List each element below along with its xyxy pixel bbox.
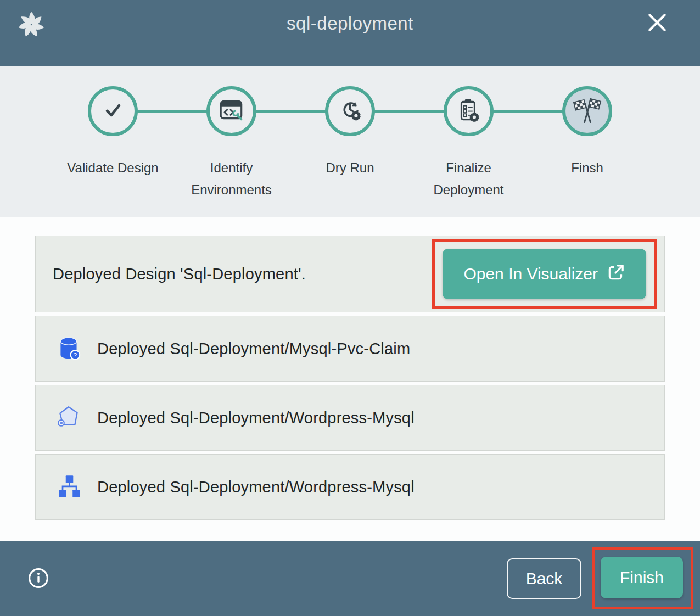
dry-run-gear-icon <box>337 97 364 126</box>
pentagon-icon <box>55 404 83 432</box>
step-circle-finalize <box>444 86 494 136</box>
finish-button[interactable]: Finish <box>601 557 683 598</box>
external-link-icon <box>607 263 625 285</box>
info-icon <box>28 582 49 590</box>
step-label: Validate Design <box>67 157 158 179</box>
tree-icon <box>55 473 83 501</box>
step-label: Identify Environments <box>177 157 287 201</box>
step-identify-environments: Identify Environments <box>172 86 291 201</box>
deployed-resource-row: Deployed Sql-Deployment/Wordpress-Mysql <box>35 454 665 520</box>
clipboard-gear-icon <box>455 97 483 126</box>
annotation-highlight-visualizer: Open In Visualizer <box>432 239 657 309</box>
check-icon <box>99 96 127 127</box>
step-validate-design: Validate Design <box>54 86 172 201</box>
deployed-resource-row: Deployed Sql-Deployment/Wordpress-Mysql <box>35 385 665 451</box>
modal-title: sql-deployment <box>0 13 700 34</box>
step-label: Finsh <box>571 157 603 179</box>
annotation-highlight-finish: Finish <box>592 547 693 609</box>
step-circle-validate <box>88 86 138 136</box>
step-label: Dry Run <box>326 157 374 179</box>
close-icon <box>647 26 668 35</box>
info-button[interactable] <box>27 568 49 590</box>
checkered-flags-icon <box>573 96 602 127</box>
deployment-wizard-modal: sql-deployment Validate Desi <box>0 0 700 616</box>
step-label: Finalize Deployment <box>414 157 524 201</box>
deployed-resource-text: Deployed Sql-Deployment/Wordpress-Mysql <box>97 478 415 496</box>
svg-text:?: ? <box>74 352 77 359</box>
step-finish: Finsh <box>528 86 647 201</box>
deployed-resource-row: ? Deployed Sql-Deployment/Mysql-Pvc-Clai… <box>35 316 665 382</box>
back-button[interactable]: Back <box>507 558 581 599</box>
deployed-resource-text: Deployed Sql-Deployment/Wordpress-Mysql <box>97 409 415 427</box>
close-button[interactable] <box>646 12 668 34</box>
deployment-results: Deployed Design 'Sql-Deployment'. Open I… <box>0 217 700 541</box>
open-in-visualizer-label: Open In Visualizer <box>463 265 598 283</box>
open-in-visualizer-button[interactable]: Open In Visualizer <box>443 249 646 299</box>
deployed-design-row: Deployed Design 'Sql-Deployment'. Open I… <box>35 236 665 312</box>
step-circle-finish <box>562 86 612 136</box>
deployed-design-text: Deployed Design 'Sql-Deployment'. <box>53 265 306 283</box>
step-circle-identify <box>206 86 256 136</box>
deployed-resource-text: Deployed Sql-Deployment/Mysql-Pvc-Claim <box>97 340 410 358</box>
modal-footer: Back Finish <box>0 541 700 616</box>
database-icon: ? <box>55 335 83 362</box>
step-finalize-deployment: Finalize Deployment <box>410 86 528 201</box>
wizard-stepper: Validate Design <box>0 66 700 217</box>
code-wrench-icon <box>218 97 245 126</box>
step-dry-run: Dry Run <box>291 86 410 201</box>
step-circle-dry-run <box>325 86 375 136</box>
modal-header: sql-deployment <box>0 0 700 66</box>
